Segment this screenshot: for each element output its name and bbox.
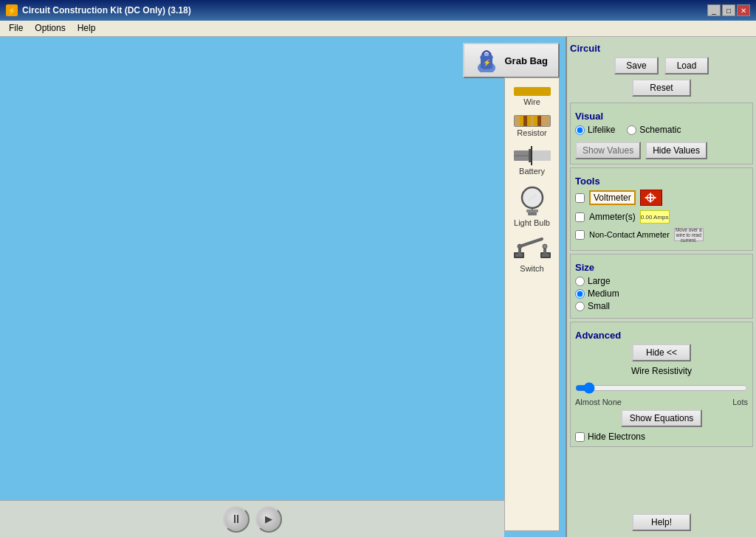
- circuit-title: Circuit: [570, 43, 753, 54]
- advanced-title: Advanced: [575, 330, 748, 341]
- show-values-button[interactable]: Show Values: [575, 142, 641, 159]
- minimize-button[interactable]: _: [707, 4, 721, 16]
- wire-resistivity-label: Wire Resistivity: [575, 366, 748, 376]
- advanced-section: Advanced Hide << Wire Resistivity Almost…: [570, 322, 753, 447]
- component-wire[interactable]: Wire: [508, 84, 556, 109]
- battery-icon: [514, 146, 551, 165]
- grab-bag-label: Grab Bag: [504, 55, 548, 66]
- size-large-container[interactable]: Large: [575, 276, 748, 286]
- wire-icon: [514, 87, 551, 96]
- right-panel: Circuit Save Load Reset Visual Lifelike …: [566, 37, 756, 537]
- wire-label: Wire: [523, 97, 540, 106]
- noncontact-checkbox[interactable]: [575, 230, 585, 240]
- component-panel: Wire Resistor Battery: [504, 77, 560, 531]
- grab-bag-area: ⚡ Grab Bag: [463, 43, 560, 78]
- voltmeter-label[interactable]: Voltmeter: [589, 190, 636, 205]
- radio-schematic[interactable]: [627, 125, 636, 135]
- titlebar: ⚡ Circuit Construction Kit (DC Only) (3.…: [0, 0, 756, 21]
- svg-rect-10: [526, 209, 538, 212]
- bag-icon: ⚡: [475, 49, 498, 72]
- size-medium-container[interactable]: Medium: [575, 288, 748, 299]
- size-section: Size Large Medium Small: [570, 254, 753, 319]
- play-button[interactable]: ▶: [255, 506, 282, 533]
- grab-bag-button[interactable]: ⚡ Grab Bag: [463, 43, 560, 78]
- size-small-container[interactable]: Small: [575, 301, 748, 311]
- ammeter-icon: 0.00 Amps: [640, 210, 670, 224]
- svg-rect-6: [532, 150, 551, 161]
- menu-options[interactable]: Options: [29, 22, 71, 35]
- svg-rect-1: [484, 53, 489, 56]
- canvas-area[interactable]: ⚡ Grab Bag Wire Resistor: [0, 37, 566, 537]
- wire-resistivity-slider[interactable]: [575, 382, 748, 394]
- menu-help[interactable]: Help: [72, 22, 102, 35]
- svg-rect-11: [528, 212, 537, 215]
- ammeter-label[interactable]: Ammeter(s): [589, 212, 636, 222]
- close-button[interactable]: ✕: [737, 4, 750, 16]
- radio-lifelike[interactable]: [575, 125, 585, 135]
- show-equations-button[interactable]: Show Equations: [621, 409, 703, 427]
- main-layout: ⚡ Grab Bag Wire Resistor: [0, 37, 756, 537]
- menubar: File Options Help: [0, 21, 756, 37]
- bottom-bar: ⏸ ▶: [0, 500, 504, 537]
- resistor-icon: [514, 115, 551, 127]
- hide-values-button[interactable]: Hide Values: [645, 142, 707, 159]
- size-large-label: Large: [588, 276, 611, 286]
- ammeter-row: Ammeter(s) 0.00 Amps: [575, 210, 748, 224]
- radio-lifelike-container[interactable]: Lifelike: [575, 125, 615, 135]
- hide-electrons-checkbox[interactable]: [575, 432, 585, 442]
- size-large-radio[interactable]: [575, 277, 585, 286]
- pause-button[interactable]: ⏸: [223, 506, 250, 533]
- svg-rect-4: [529, 149, 531, 162]
- ammeter-checkbox[interactable]: [575, 212, 585, 222]
- maximize-button[interactable]: □: [722, 4, 735, 16]
- size-small-radio[interactable]: [575, 302, 585, 311]
- svg-line-19: [520, 239, 542, 246]
- hide-electrons-label: Hide Electrons: [588, 432, 645, 442]
- noncontact-row: Non-Contact Ammeter Move over a wire to …: [575, 228, 748, 241]
- lots-label: Lots: [732, 398, 748, 406]
- slider-labels: Almost None Lots: [575, 398, 748, 406]
- voltmeter-checkbox[interactable]: [575, 193, 585, 203]
- app-title: Circuit Construction Kit (DC Only) (3.18…: [22, 5, 707, 15]
- circuit-buttons: Save Load: [570, 57, 753, 75]
- schematic-label: Schematic: [639, 125, 681, 135]
- switch-label: Switch: [520, 264, 543, 273]
- size-small-label: Small: [588, 301, 610, 311]
- battery-label: Battery: [519, 167, 545, 176]
- window-controls: _ □ ✕: [707, 4, 750, 16]
- help-button[interactable]: Help!: [632, 513, 691, 531]
- menu-file[interactable]: File: [3, 22, 29, 35]
- values-buttons: Show Values Hide Values: [575, 142, 748, 159]
- load-button[interactable]: Load: [664, 57, 709, 75]
- app-icon: ⚡: [6, 4, 18, 16]
- switch-icon: [514, 236, 551, 263]
- noncontact-label[interactable]: Non-Contact Ammeter: [589, 230, 670, 239]
- component-battery[interactable]: Battery: [508, 143, 556, 179]
- lifelike-label: Lifelike: [588, 125, 615, 135]
- hide-advanced-button[interactable]: Hide <<: [632, 344, 691, 361]
- component-resistor[interactable]: Resistor: [508, 112, 556, 140]
- hide-electrons-container[interactable]: Hide Electrons: [575, 432, 748, 442]
- lightbulb-icon: [518, 184, 547, 217]
- voltmeter-icon: [640, 190, 662, 206]
- wire-resistivity-slider-container: Almost None Lots: [575, 379, 748, 409]
- tools-section: Tools Voltmeter Amme: [570, 167, 753, 251]
- svg-rect-20: [515, 254, 523, 257]
- svg-rect-5: [531, 146, 532, 165]
- resistor-label: Resistor: [517, 128, 546, 137]
- noncontact-icon: Move over a wire to read current.: [674, 228, 704, 241]
- reset-button[interactable]: Reset: [632, 79, 691, 97]
- component-lightbulb[interactable]: Light Bulb: [508, 181, 556, 230]
- save-button[interactable]: Save: [614, 57, 659, 75]
- size-medium-radio[interactable]: [575, 289, 585, 299]
- component-switch[interactable]: Switch: [508, 233, 556, 276]
- circuit-section: Circuit Save Load Reset: [570, 40, 753, 100]
- help-container: Help!: [570, 505, 753, 534]
- tools-title: Tools: [575, 176, 748, 187]
- svg-point-18: [543, 244, 547, 249]
- visual-section: Visual Lifelike Schematic Show Values Hi…: [570, 103, 753, 164]
- radio-schematic-container[interactable]: Schematic: [627, 125, 681, 135]
- svg-rect-21: [542, 254, 549, 257]
- svg-text:⚡: ⚡: [483, 58, 492, 67]
- voltmeter-row: Voltmeter: [575, 190, 748, 206]
